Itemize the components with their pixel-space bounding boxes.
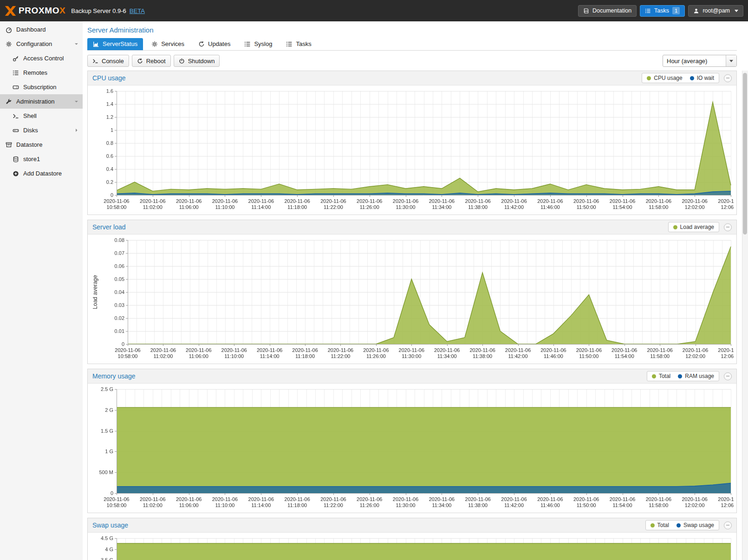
- legend-item: RAM usage: [678, 373, 714, 379]
- panel-header: Swap usage Total Swap usage: [88, 518, 736, 533]
- series-color-dot: [676, 523, 681, 527]
- power-icon: [179, 58, 185, 64]
- user-icon: [693, 8, 699, 14]
- sidebar-item-configuration[interactable]: Configuration: [0, 37, 83, 51]
- series-color-dot: [690, 76, 694, 80]
- scrollbar-thumb[interactable]: [743, 73, 747, 234]
- panel-title: Server load: [92, 223, 126, 231]
- legend-item: IO wait: [690, 75, 714, 81]
- chart-area: [88, 85, 736, 215]
- legend-item: Swap usage: [676, 522, 714, 528]
- chart-legend: Total RAM usage: [647, 371, 719, 381]
- collapse-panel-button[interactable]: [724, 74, 732, 82]
- sidebar-item-subscription[interactable]: Subscription: [0, 80, 83, 94]
- server-load-panel: Server load Load average: [87, 220, 737, 364]
- database-icon: [13, 156, 19, 163]
- collapse-panel-button[interactable]: [724, 521, 732, 529]
- panel-title: CPU usage: [92, 74, 126, 82]
- list-icon: [244, 41, 251, 47]
- chart-area: [88, 234, 736, 364]
- list-icon: [13, 70, 19, 76]
- sidebar-item-add-datastore[interactable]: Add Datastore: [0, 166, 83, 181]
- tasks-button[interactable]: Tasks 1: [640, 5, 685, 17]
- user-menu-button[interactable]: root@pam: [688, 5, 743, 17]
- chart-legend: CPU usage IO wait: [642, 73, 719, 83]
- sidebar-item-store1[interactable]: store1: [0, 152, 83, 166]
- tab-serverstatus[interactable]: ServerStatus: [87, 38, 143, 50]
- tab-tasks[interactable]: Tasks: [280, 38, 317, 50]
- tab-bar: ServerStatus Services Updates Syslog Tas…: [87, 38, 737, 51]
- sidebar-nav: Dashboard Configuration Access Control R…: [0, 21, 83, 560]
- vertical-scrollbar[interactable]: [742, 71, 748, 560]
- sidebar-item-disks[interactable]: Disks: [0, 123, 83, 137]
- proxmox-x-icon: [5, 6, 16, 16]
- wrench-icon: [6, 98, 12, 105]
- terminal-icon: [92, 58, 98, 64]
- chevron-down-icon: [735, 10, 738, 12]
- gear-icon: [151, 41, 158, 47]
- memory-usage-panel: Memory usage Total RAM usage: [87, 369, 737, 513]
- key-icon: [13, 55, 19, 62]
- chevron-down-icon: [74, 99, 79, 104]
- legend-item: Load average: [673, 224, 714, 230]
- chart-area: [88, 533, 736, 560]
- series-color-dot: [673, 225, 677, 229]
- sidebar-item-access-control[interactable]: Access Control: [0, 51, 83, 65]
- chevron-down-icon: [74, 41, 79, 46]
- gear-icon: [6, 41, 12, 47]
- shutdown-button[interactable]: Shutdown: [174, 55, 220, 67]
- swap-usage-chart: [91, 534, 734, 560]
- status-toolbar: Console Reboot Shutdown Hour (average): [87, 55, 737, 67]
- memory-usage-chart: [91, 385, 734, 512]
- reboot-icon: [137, 58, 143, 64]
- task-list-icon: [645, 8, 651, 14]
- series-color-dot: [647, 76, 651, 80]
- beta-link[interactable]: BETA: [130, 7, 145, 14]
- tab-syslog[interactable]: Syslog: [239, 38, 278, 50]
- series-color-dot: [650, 523, 655, 527]
- collapse-panel-button[interactable]: [724, 223, 732, 231]
- chevron-right-icon: [74, 128, 79, 133]
- console-button[interactable]: Console: [87, 55, 129, 67]
- refresh-icon: [198, 41, 205, 47]
- proxmox-logo: PROXMOX: [5, 6, 65, 16]
- area-chart-icon: [93, 41, 99, 47]
- main-content: Server Administration ServerStatus Servi…: [83, 21, 748, 560]
- page-title: Server Administration: [83, 21, 748, 34]
- panel-title: Memory usage: [92, 372, 136, 380]
- sidebar-item-dashboard[interactable]: Dashboard: [0, 22, 83, 37]
- panel-title: Swap usage: [92, 521, 128, 529]
- tasks-count-badge: 1: [672, 7, 680, 14]
- book-icon: [583, 8, 589, 14]
- plus-circle-icon: [13, 170, 19, 177]
- app-title: Backup Server 0.9-6: [71, 7, 126, 14]
- chart-legend: Total Swap usage: [645, 520, 719, 530]
- sidebar-item-remotes[interactable]: Remotes: [0, 65, 83, 80]
- chart-area: [88, 384, 736, 513]
- proxmox-wordmark: PROXMOX: [19, 6, 65, 16]
- sidebar-item-shell[interactable]: Shell: [0, 109, 83, 123]
- chart-panels: CPU usage CPU usage IO wait: [87, 71, 737, 560]
- hdd-icon: [13, 127, 19, 134]
- top-header: PROXMOX Backup Server 0.9-6 BETA Documen…: [0, 0, 748, 21]
- chart-legend: Load average: [668, 222, 719, 232]
- series-color-dot: [652, 374, 656, 378]
- legend-item: CPU usage: [647, 75, 682, 81]
- tab-updates[interactable]: Updates: [193, 38, 236, 50]
- documentation-button[interactable]: Documentation: [578, 5, 637, 17]
- terminal-icon: [13, 113, 19, 119]
- tab-services[interactable]: Services: [146, 38, 190, 50]
- panel-header: Server load Load average: [88, 220, 736, 234]
- collapse-panel-button[interactable]: [724, 372, 732, 380]
- panel-header: Memory usage Total RAM usage: [88, 369, 736, 384]
- panel-header: CPU usage CPU usage IO wait: [88, 71, 736, 85]
- timeframe-select[interactable]: Hour (average): [663, 55, 737, 67]
- cpu-usage-chart: [91, 87, 734, 214]
- legend-item: Total: [652, 373, 670, 379]
- reboot-button[interactable]: Reboot: [132, 55, 171, 67]
- server-load-chart: [91, 236, 734, 363]
- sidebar-item-administration[interactable]: Administration: [0, 94, 83, 109]
- list-icon: [286, 41, 293, 47]
- combo-trigger[interactable]: [726, 55, 736, 66]
- sidebar-item-datastore[interactable]: Datastore: [0, 137, 83, 152]
